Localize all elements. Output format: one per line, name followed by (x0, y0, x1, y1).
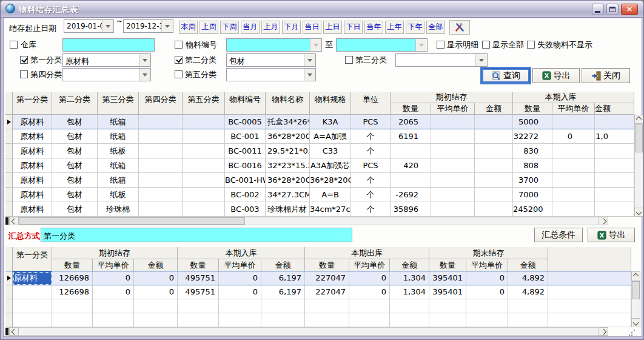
main-grid-cell[interactable] (475, 188, 513, 202)
chevron-down-icon[interactable] (310, 39, 321, 51)
summary-grid-subcolumn-header[interactable]: 金额 (390, 259, 429, 271)
chevron-down-icon[interactable] (139, 69, 150, 81)
maximize-button[interactable] (606, 4, 619, 15)
main-grid-cell[interactable]: 纸板 (98, 144, 139, 158)
main-grid-cell[interactable]: 5000 (513, 115, 552, 129)
main-grid-cell[interactable] (139, 144, 183, 158)
summary-grid-cell[interactable]: 0 (349, 285, 390, 299)
chevron-down-icon[interactable] (102, 20, 113, 32)
main-grid-v-scroll-up-button[interactable] (634, 115, 643, 124)
summary-grid-cell[interactable] (134, 299, 178, 313)
period-button-12[interactable]: 下年 (406, 21, 424, 34)
main-grid-subcolumn-header[interactable]: 平均单价 (431, 103, 475, 115)
summary-grid-cell[interactable] (349, 313, 390, 327)
summary-grid-subcolumn-header[interactable]: 平均单价 (466, 259, 508, 271)
summary-grid-cell[interactable]: 1,304 (390, 285, 429, 299)
title-bar[interactable]: 物料结存汇总表 × (1, 1, 643, 18)
main-grid-column-header[interactable]: 第四分类 (139, 92, 183, 115)
main-grid-column-header[interactable]: 物料规格 (310, 92, 351, 115)
main-grid-cell[interactable]: 原材料 (13, 144, 52, 158)
export-button[interactable]: 导出 (532, 68, 580, 83)
summary-grid-cell[interactable] (429, 299, 466, 313)
summary-grid-cell[interactable]: 495751 (178, 271, 219, 285)
main-grid-cell[interactable]: 包材 (52, 158, 98, 173)
summary-grid-cell[interactable]: 4,892 (508, 285, 548, 299)
main-grid-cell[interactable] (475, 144, 513, 158)
summary-grid-cell[interactable] (508, 313, 548, 327)
summary-grid-v-scroll-up-button[interactable] (631, 271, 640, 280)
summary-grid-cell[interactable]: 1,304 (390, 271, 429, 285)
summary-grid-cell[interactable] (548, 313, 631, 327)
main-grid-cell[interactable] (391, 173, 431, 188)
summary-grid-cell[interactable]: 0 (134, 271, 178, 285)
summary-grid-cell[interactable] (349, 299, 390, 313)
main-grid-cell[interactable]: 包材 (52, 173, 98, 188)
cat4-checkbox[interactable] (20, 70, 28, 78)
chevron-down-icon[interactable] (475, 54, 487, 66)
cat1-select[interactable]: 原材料 (62, 53, 151, 67)
summary-grid-cell[interactable] (261, 299, 305, 313)
chevron-down-icon[interactable] (139, 54, 150, 66)
show-all-label[interactable]: 显示全部 (492, 39, 524, 50)
summary-grid-category-cell[interactable] (13, 299, 52, 313)
summary-grid-cell[interactable]: 227047 (305, 271, 349, 285)
main-grid-cell[interactable] (183, 158, 225, 173)
main-grid-cell[interactable]: C33 (310, 144, 351, 158)
summary-grid-cell[interactable] (52, 313, 93, 327)
main-grid-cell[interactable] (552, 115, 595, 129)
chevron-down-icon[interactable] (304, 69, 315, 81)
summary-grid-row-selector[interactable] (5, 285, 13, 299)
summary-grid-cell[interactable] (93, 299, 134, 313)
main-grid-row-selector[interactable] (5, 173, 13, 188)
main-grid-subcolumn-header[interactable]: 金额 (595, 103, 634, 115)
main-grid-subcolumn-header[interactable]: 数量 (513, 103, 552, 115)
summary-grid-cell[interactable] (508, 299, 548, 313)
main-grid-cell[interactable]: BC-0016 (225, 158, 266, 173)
summary-grid-subcolumn-header[interactable]: 数量 (52, 259, 93, 271)
main-grid-row-selector[interactable] (5, 144, 13, 158)
main-grid-row-selector[interactable] (5, 158, 13, 173)
main-grid-cell[interactable] (475, 129, 513, 144)
summary-grid-v-scroll-down-button[interactable] (631, 318, 640, 327)
cat5-checkbox[interactable] (175, 70, 183, 78)
main-grid-cell[interactable]: 32*23*15.2CM (266, 158, 310, 173)
resize-grip[interactable] (634, 330, 642, 338)
date-to-select[interactable]: 2019-12-31 (123, 19, 173, 33)
main-grid-cell[interactable] (552, 173, 595, 188)
period-button-10[interactable]: 当年 (364, 21, 383, 34)
main-grid-cell[interactable]: 36*28*20CM (266, 129, 310, 144)
main-grid-cell[interactable] (139, 129, 183, 144)
period-button-4[interactable]: 当月 (241, 21, 260, 34)
main-grid-cell[interactable]: 35896 (391, 202, 431, 217)
summary-grid-subcolumn-header[interactable]: 平均单价 (93, 259, 134, 271)
main-grid-cell[interactable] (183, 173, 225, 188)
main-grid-cell[interactable] (139, 158, 183, 173)
main-grid-cell[interactable] (139, 115, 183, 129)
main-grid-cell[interactable]: 纸箱 (98, 115, 139, 129)
show-all-checkbox[interactable] (482, 41, 490, 49)
main-grid-cell[interactable]: 2065 (391, 115, 431, 129)
main-grid-cell[interactable]: 830 (513, 144, 552, 158)
main-grid-cell[interactable] (475, 115, 513, 129)
summary-grid-cell[interactable] (548, 271, 631, 285)
period-button-3[interactable]: 下周 (220, 21, 239, 34)
main-grid-cell[interactable]: A=B (310, 188, 351, 202)
main-grid-cell[interactable]: BC-003 (225, 202, 266, 217)
main-grid-row-selector[interactable] (5, 115, 13, 129)
date-from-select[interactable]: 2019-01-01 (64, 19, 114, 33)
summary-grid-cell[interactable] (429, 313, 466, 327)
summary-grid-cell[interactable]: 6,197 (261, 271, 305, 285)
main-grid-cell[interactable] (139, 188, 183, 202)
summary-grid-v-scrollbar-thumb[interactable] (632, 281, 640, 299)
main-grid-row-selector[interactable] (5, 188, 13, 202)
summary-grid-cell[interactable] (305, 313, 349, 327)
main-grid-cell[interactable]: 个 (351, 144, 391, 158)
main-grid-cell[interactable] (595, 144, 634, 158)
summary-grid-subcolumn-header[interactable]: 平均单价 (219, 259, 261, 271)
hide-invalid-label[interactable]: 失效物料不显示 (537, 39, 592, 50)
warehouse-checkbox[interactable] (10, 41, 18, 49)
summary-grid-cell[interactable] (390, 313, 429, 327)
cat4-select[interactable] (62, 68, 151, 81)
cat2-select[interactable]: 包材 (226, 53, 316, 67)
period-button-2[interactable]: 上周 (200, 21, 218, 34)
